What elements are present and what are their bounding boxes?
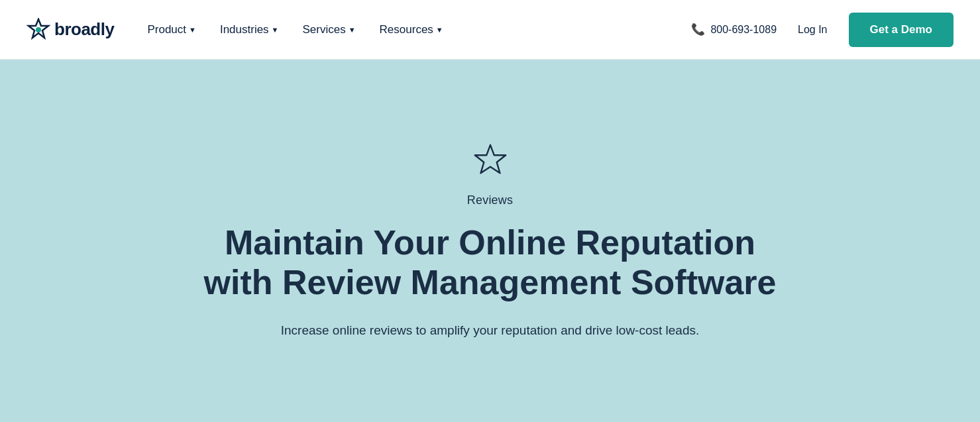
logo-text: broadly: [54, 19, 114, 40]
logo-icon: [27, 18, 50, 42]
chevron-down-icon: ▼: [272, 26, 279, 34]
svg-marker-2: [474, 145, 505, 174]
nav-menu: Product ▼ Industries ▼ Services ▼ Resour…: [138, 18, 452, 42]
navbar: broadly Product ▼ Industries ▼ Services …: [0, 0, 980, 60]
hero-star-icon: [471, 142, 510, 183]
phone-link[interactable]: 📞 800-693-1089: [691, 23, 777, 36]
login-button[interactable]: Log In: [795, 19, 830, 41]
chevron-down-icon: ▼: [436, 26, 443, 34]
nav-resources-label: Resources: [380, 23, 433, 36]
chevron-down-icon: ▼: [189, 26, 196, 34]
hero-title: Maintain Your Online Reputation with Rev…: [192, 223, 789, 303]
nav-services-label: Services: [303, 23, 346, 36]
nav-item-services[interactable]: Services ▼: [294, 18, 365, 42]
nav-item-resources[interactable]: Resources ▼: [370, 18, 453, 42]
hero-section: Reviews Maintain Your Online Reputation …: [0, 60, 980, 422]
nav-item-industries[interactable]: Industries ▼: [211, 18, 288, 42]
svg-point-1: [36, 27, 41, 32]
hero-section-label: Reviews: [467, 193, 513, 207]
nav-industries-label: Industries: [220, 23, 269, 36]
phone-icon: 📞: [691, 23, 705, 36]
hero-subtitle: Increase online reviews to amplify your …: [281, 321, 700, 341]
phone-number: 800-693-1089: [710, 24, 777, 36]
nav-right: 📞 800-693-1089 Log In Get a Demo: [691, 13, 953, 47]
nav-item-product[interactable]: Product ▼: [138, 18, 205, 42]
get-demo-button[interactable]: Get a Demo: [849, 13, 953, 47]
login-label: Log In: [798, 24, 827, 35]
logo[interactable]: broadly: [27, 18, 114, 42]
chevron-down-icon: ▼: [349, 26, 356, 34]
nav-left: broadly Product ▼ Industries ▼ Services …: [27, 18, 453, 42]
nav-product-label: Product: [147, 23, 186, 36]
demo-label: Get a Demo: [870, 23, 932, 36]
